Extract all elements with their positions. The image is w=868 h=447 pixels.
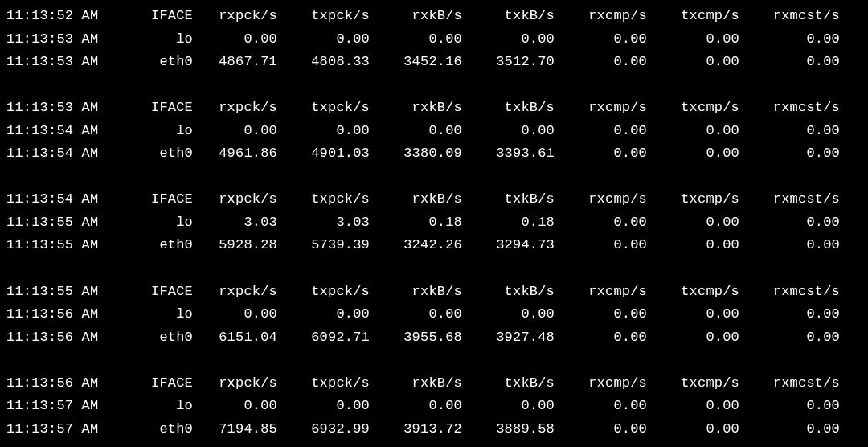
col-rxkb: rxkB/s xyxy=(370,372,462,396)
cell-rxcmp: 0.00 xyxy=(555,303,647,326)
col-txcmp: txcmp/s xyxy=(647,96,739,120)
cell-rxpck: 5928.28 xyxy=(193,234,277,257)
cell-txcmp: 0.00 xyxy=(647,303,739,326)
data-row: 11:13:55 AMeth05928.285739.393242.263294… xyxy=(6,234,862,257)
col-txkb: txkB/s xyxy=(462,372,555,396)
cell-rxmcst: 0.00 xyxy=(739,211,840,235)
cell-txcmp: 0.00 xyxy=(647,51,739,74)
cell-txpck: 4901.03 xyxy=(277,142,370,166)
cell-rxpck: 6151.04 xyxy=(193,326,277,350)
cell-rxkb: 3452.16 xyxy=(370,51,462,74)
cell-rxkb: 3913.72 xyxy=(370,418,462,441)
cell-time: 11:13:55 AM xyxy=(6,234,107,257)
cell-txpck: 3.03 xyxy=(277,211,370,235)
cell-time: 11:13:57 AM xyxy=(6,418,107,441)
col-rxmcst: rxmcst/s xyxy=(739,5,840,28)
cell-rxcmp: 0.00 xyxy=(555,234,647,257)
cell-txcmp: 0.00 xyxy=(647,28,739,51)
cell-rxcmp: 0.00 xyxy=(555,418,647,441)
cell-time: 11:13:56 AM xyxy=(6,303,107,326)
cell-txcmp: 0.00 xyxy=(647,211,739,235)
col-rxkb: rxkB/s xyxy=(370,96,462,120)
cell-txpck: 0.00 xyxy=(277,120,370,143)
col-rxpck: rxpck/s xyxy=(193,188,277,211)
cell-rxcmp: 0.00 xyxy=(555,28,647,51)
cell-rxmcst: 0.00 xyxy=(739,234,840,257)
col-time: 11:13:54 AM xyxy=(6,188,107,211)
col-iface: IFACE xyxy=(107,96,193,120)
stats-block: 11:13:52 AMIFACErxpck/stxpck/srxkB/stxkB… xyxy=(6,5,862,74)
stats-block: 11:13:56 AMIFACErxpck/stxpck/srxkB/stxkB… xyxy=(6,372,862,441)
cell-rxkb: 3380.09 xyxy=(370,142,462,166)
cell-rxmcst: 0.00 xyxy=(739,395,840,418)
cell-rxpck: 0.00 xyxy=(193,395,277,418)
cell-txcmp: 0.00 xyxy=(647,326,739,350)
cell-iface: lo xyxy=(107,303,193,326)
data-row: 11:13:56 AMlo0.000.000.000.000.000.000.0… xyxy=(6,303,862,326)
data-row: 11:13:57 AMlo0.000.000.000.000.000.000.0… xyxy=(6,395,862,418)
data-row: 11:13:57 AMeth07194.856932.993913.723889… xyxy=(6,418,862,441)
cell-rxpck: 0.00 xyxy=(193,28,277,51)
terminal-output: 11:13:52 AMIFACErxpck/stxpck/srxkB/stxkB… xyxy=(6,5,862,441)
cell-txpck: 4808.33 xyxy=(277,51,370,74)
cell-txpck: 6092.71 xyxy=(277,326,370,350)
cell-txpck: 5739.39 xyxy=(277,234,370,257)
cell-rxmcst: 0.00 xyxy=(739,142,840,166)
col-rxcmp: rxcmp/s xyxy=(555,281,647,304)
cell-txpck: 0.00 xyxy=(277,395,370,418)
cell-rxkb: 0.00 xyxy=(370,28,462,51)
col-txpck: txpck/s xyxy=(277,5,370,28)
col-txcmp: txcmp/s xyxy=(647,372,739,396)
stats-block: 11:13:53 AMIFACErxpck/stxpck/srxkB/stxkB… xyxy=(6,96,862,166)
cell-txkb: 0.00 xyxy=(462,28,555,51)
cell-iface: eth0 xyxy=(107,418,193,441)
col-rxkb: rxkB/s xyxy=(370,281,462,304)
col-rxcmp: rxcmp/s xyxy=(555,372,647,396)
cell-txkb: 0.00 xyxy=(462,395,555,418)
cell-iface: eth0 xyxy=(107,51,193,74)
header-row: 11:13:55 AMIFACErxpck/stxpck/srxkB/stxkB… xyxy=(6,281,862,304)
col-rxpck: rxpck/s xyxy=(193,5,277,28)
header-row: 11:13:54 AMIFACErxpck/stxpck/srxkB/stxkB… xyxy=(6,188,862,211)
stats-block: 11:13:55 AMIFACErxpck/stxpck/srxkB/stxkB… xyxy=(6,281,862,350)
cell-iface: eth0 xyxy=(107,326,193,350)
col-txpck: txpck/s xyxy=(277,96,370,120)
cell-txpck: 6932.99 xyxy=(277,418,370,441)
data-row: 11:13:56 AMeth06151.046092.713955.683927… xyxy=(6,326,862,350)
col-txkb: txkB/s xyxy=(462,188,555,211)
cell-rxkb: 3242.26 xyxy=(370,234,462,257)
col-rxpck: rxpck/s xyxy=(193,96,277,120)
col-rxkb: rxkB/s xyxy=(370,5,462,28)
col-time: 11:13:53 AM xyxy=(6,96,107,120)
cell-txkb: 3512.70 xyxy=(462,51,555,74)
cell-iface: lo xyxy=(107,28,193,51)
cell-time: 11:13:57 AM xyxy=(6,395,107,418)
col-iface: IFACE xyxy=(107,372,193,396)
cell-rxcmp: 0.00 xyxy=(555,211,647,235)
header-row: 11:13:52 AMIFACErxpck/stxpck/srxkB/stxkB… xyxy=(6,5,862,28)
col-rxpck: rxpck/s xyxy=(193,281,277,304)
cell-rxmcst: 0.00 xyxy=(739,303,840,326)
col-rxcmp: rxcmp/s xyxy=(555,5,647,28)
col-txcmp: txcmp/s xyxy=(647,281,739,304)
cell-iface: lo xyxy=(107,120,193,143)
cell-rxkb: 0.00 xyxy=(370,303,462,326)
col-rxcmp: rxcmp/s xyxy=(555,188,647,211)
cell-rxpck: 0.00 xyxy=(193,303,277,326)
col-iface: IFACE xyxy=(107,281,193,304)
cell-rxpck: 4867.71 xyxy=(193,51,277,74)
stats-block: 11:13:54 AMIFACErxpck/stxpck/srxkB/stxkB… xyxy=(6,188,862,257)
cell-txcmp: 0.00 xyxy=(647,418,739,441)
col-rxpck: rxpck/s xyxy=(193,372,277,396)
col-rxmcst: rxmcst/s xyxy=(739,281,840,304)
cell-rxcmp: 0.00 xyxy=(555,51,647,74)
col-rxmcst: rxmcst/s xyxy=(739,188,840,211)
col-txkb: txkB/s xyxy=(462,5,555,28)
cell-rxpck: 0.00 xyxy=(193,120,277,143)
cell-rxkb: 0.18 xyxy=(370,211,462,235)
cell-txpck: 0.00 xyxy=(277,28,370,51)
col-txpck: txpck/s xyxy=(277,188,370,211)
cell-rxkb: 0.00 xyxy=(370,395,462,418)
col-iface: IFACE xyxy=(107,5,193,28)
col-time: 11:13:55 AM xyxy=(6,281,107,304)
